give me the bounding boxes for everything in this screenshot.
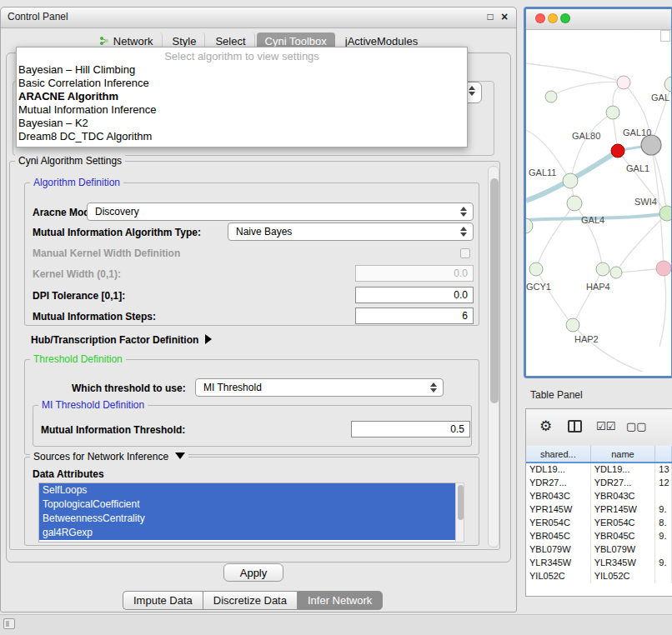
- cell[interactable]: 9.: [655, 503, 672, 517]
- gene-node[interactable]: [656, 261, 671, 276]
- cell[interactable]: YBR045C: [526, 530, 591, 543]
- cell[interactable]: [655, 490, 672, 503]
- close-icon[interactable]: ×: [499, 10, 510, 23]
- cell[interactable]: YBR045C: [591, 530, 656, 543]
- cell[interactable]: YLR345W: [591, 557, 656, 570]
- zoom-traffic-light-icon[interactable]: [560, 13, 570, 23]
- cell[interactable]: YBL079W: [526, 543, 591, 557]
- cell[interactable]: 9.: [655, 530, 672, 543]
- dropdown-item[interactable]: Dream8 DC_TDC Algorithm: [17, 130, 467, 143]
- list-item[interactable]: BetweennessCentrality: [39, 512, 464, 526]
- cell[interactable]: YIL052C: [591, 570, 656, 583]
- cell[interactable]: YIL052C: [526, 570, 591, 583]
- cell[interactable]: YDL19...: [526, 463, 591, 477]
- cell[interactable]: 8.: [655, 517, 672, 530]
- table-row[interactable]: YPR145WYPR145W9.: [526, 503, 672, 517]
- apply-button[interactable]: Apply: [223, 563, 283, 582]
- gene-node[interactable]: [659, 206, 672, 221]
- hide-panel-icon[interactable]: [3, 618, 15, 629]
- tab-discretize-data[interactable]: Discretize Data: [203, 591, 297, 610]
- column-header[interactable]: [655, 446, 672, 462]
- mi-type-select[interactable]: Naive Bayes: [228, 222, 474, 241]
- dropdown-item-selected[interactable]: ARACNE Algorithm: [17, 90, 467, 103]
- which-threshold-select[interactable]: MI Threshold: [195, 378, 444, 397]
- cell[interactable]: YPR145W: [526, 503, 591, 517]
- dropdown-item[interactable]: Bayesian – K2: [17, 117, 467, 130]
- manual-kernel-checkbox[interactable]: [460, 248, 470, 258]
- network-view-window[interactable]: GAL GAL80 GAL10 GAL11 GAL1 SWI4 GAL4 GCY…: [524, 7, 672, 378]
- gene-node[interactable]: [566, 318, 579, 332]
- float-window-icon[interactable]: □: [484, 10, 496, 23]
- gene-node[interactable]: [606, 106, 619, 119]
- settings-scrollbar[interactable]: [488, 166, 499, 548]
- cell[interactable]: [655, 570, 672, 583]
- network-graph[interactable]: GAL GAL80 GAL10 GAL11 GAL1 SWI4 GAL4 GCY…: [526, 30, 672, 377]
- gene-node[interactable]: [563, 173, 578, 188]
- table-row[interactable]: YBR043CYBR043C: [526, 490, 672, 503]
- list-scrollbar-thumb[interactable]: [458, 485, 464, 520]
- gene-node[interactable]: [567, 196, 582, 211]
- network-canvas[interactable]: GAL GAL80 GAL10 GAL11 GAL1 SWI4 GAL4 GCY…: [526, 30, 672, 377]
- tab-infer-network[interactable]: Infer Network: [297, 591, 383, 610]
- algorithm-combobox-partial[interactable]: [466, 82, 482, 103]
- cell[interactable]: YDL19...: [591, 463, 656, 477]
- attribute-list[interactable]: SelfLoops TopologicalCoefficient Between…: [38, 482, 464, 542]
- gene-node-highlighted[interactable]: [611, 144, 624, 158]
- mi-steps-field[interactable]: 6: [355, 308, 474, 324]
- control-panel-titlebar[interactable]: Control Panel □ ×: [1, 8, 516, 28]
- cell[interactable]: YDR27...: [591, 477, 656, 490]
- scrollbar-corner[interactable]: [660, 30, 670, 42]
- cell[interactable]: YBR043C: [526, 490, 591, 503]
- network-window-titlebar[interactable]: [526, 9, 671, 30]
- cell[interactable]: YPR145W: [591, 503, 656, 517]
- column-header[interactable]: name: [591, 446, 656, 462]
- mi-threshold-field[interactable]: 0.5: [351, 421, 470, 438]
- gene-node-hub[interactable]: [641, 135, 661, 155]
- cell[interactable]: YBL079W: [591, 543, 656, 557]
- dpi-tolerance-field[interactable]: 0.0: [355, 287, 474, 303]
- list-item[interactable]: gal4RGexp: [39, 526, 464, 540]
- sources-toggle[interactable]: Sources for Network Inference: [30, 451, 188, 462]
- list-item[interactable]: SelfLoops: [39, 483, 464, 498]
- cell[interactable]: YER054C: [591, 517, 656, 530]
- dropdown-item[interactable]: Basic Correlation Inference: [17, 77, 467, 90]
- group-title: Threshold Definition: [30, 353, 126, 365]
- minimize-traffic-light-icon[interactable]: [548, 13, 558, 23]
- gear-icon[interactable]: ⚙: [539, 418, 552, 435]
- gene-node[interactable]: [529, 262, 543, 276]
- settings-scrollbar-thumb[interactable]: [490, 178, 499, 403]
- cell[interactable]: 9.: [655, 557, 672, 570]
- aracne-mode-select[interactable]: Discovery: [87, 202, 474, 221]
- cell[interactable]: 13: [655, 463, 672, 477]
- table-row[interactable]: YLR345WYLR345W9.: [526, 557, 672, 570]
- table-row[interactable]: YDR27...YDR27...12: [526, 477, 672, 490]
- table-row[interactable]: YDL19...YDL19...13: [526, 463, 672, 477]
- gene-node[interactable]: [617, 76, 630, 89]
- list-item[interactable]: TopologicalCoefficient: [39, 498, 464, 512]
- cell[interactable]: YLR345W: [526, 557, 591, 570]
- table-row[interactable]: YIL052CYIL052C: [526, 570, 672, 583]
- dropdown-item[interactable]: Bayesian – Hill Climbing: [17, 63, 467, 77]
- tab-impute-data[interactable]: Impute Data: [123, 591, 203, 610]
- close-traffic-light-icon[interactable]: [535, 13, 545, 23]
- table-row[interactable]: YER054CYER054C8.: [526, 517, 672, 530]
- clear-all-checkboxes-icon[interactable]: ▢▢: [626, 418, 647, 435]
- dropdown-item[interactable]: Mutual Information Inference: [17, 103, 467, 117]
- cell[interactable]: YDR27...: [526, 477, 591, 490]
- gene-node[interactable]: [664, 77, 672, 92]
- hub-definition-toggle[interactable]: Hub/Transcription Factor Definition: [31, 334, 212, 346]
- gene-node[interactable]: [610, 267, 622, 278]
- cell[interactable]: [655, 543, 672, 557]
- table-row[interactable]: YBR045CYBR045C9.: [526, 530, 672, 543]
- kernel-width-field[interactable]: 0.0: [355, 265, 474, 282]
- column-header[interactable]: shared...: [526, 446, 591, 462]
- gene-node[interactable]: [596, 262, 609, 276]
- list-scrollbar[interactable]: [455, 482, 464, 542]
- cell[interactable]: YBR043C: [591, 490, 656, 503]
- table-row[interactable]: YBL079WYBL079W: [526, 543, 672, 557]
- columns-icon[interactable]: [568, 420, 582, 432]
- cell[interactable]: 12: [655, 477, 672, 490]
- cell[interactable]: YER054C: [526, 517, 591, 530]
- select-all-checkboxes-icon[interactable]: ☑☑: [596, 418, 615, 435]
- gene-node[interactable]: [545, 91, 557, 102]
